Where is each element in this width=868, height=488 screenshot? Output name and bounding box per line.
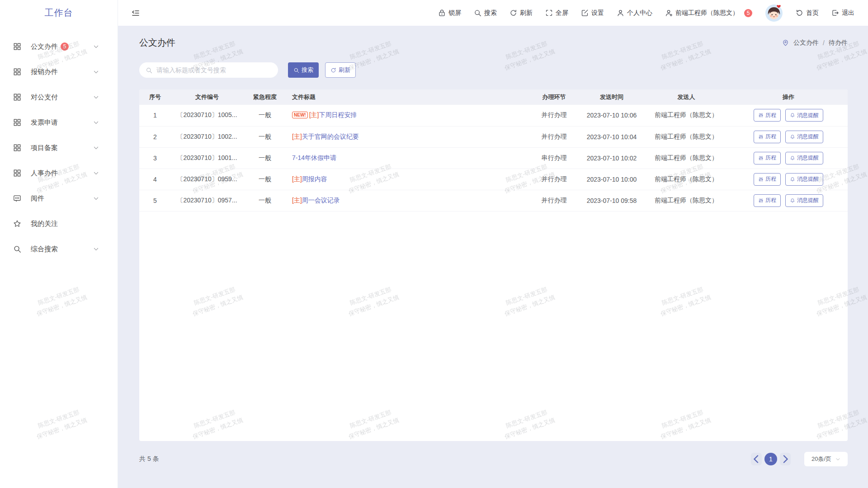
sidebar-item-reimbursement[interactable]: 报销办件	[0, 59, 118, 84]
page-size-select[interactable]: 20条/页	[804, 452, 848, 466]
topbar: 锁屏搜索刷新全屏设置个人中心前端工程师（陈思文）5首页退出	[118, 0, 868, 26]
history-button[interactable]: 历程	[754, 194, 781, 207]
message-reminder-button-label: 消息提醒	[797, 197, 819, 204]
history-button[interactable]: 历程	[754, 152, 781, 164]
topbar-home[interactable]: 首页	[796, 9, 819, 17]
cell-title: [主]关于官网的会议纪要	[287, 126, 528, 147]
cell-send-time: 2023-07-10 10:04	[580, 126, 643, 147]
document-title-link[interactable]: 7-14年休假申请	[292, 154, 336, 161]
message-icon	[13, 194, 21, 202]
user-avatar[interactable]	[765, 4, 783, 22]
topbar-lock-screen-label: 锁屏	[448, 9, 461, 17]
cell-title: NEW![主]下周日程安排	[287, 105, 528, 126]
main-doc-tag: [主]	[309, 111, 319, 118]
cell-process-step: 串行办理	[528, 147, 580, 169]
document-title-link[interactable]: 周一会议记录	[302, 197, 340, 204]
message-reminder-button[interactable]: 消息提醒	[785, 173, 823, 186]
search-button[interactable]: 搜索	[288, 62, 319, 78]
sidebar-item-label: 项目备案	[31, 144, 58, 152]
cell-file-number: 〔20230710〕1002...	[171, 126, 243, 147]
chevron-down-icon	[93, 94, 99, 100]
chevron-down-icon	[835, 457, 840, 462]
pager: 1	[751, 453, 791, 465]
sidebar-item-label: 发票申请	[31, 118, 58, 127]
history-button[interactable]: 历程	[754, 131, 781, 143]
location-pin-icon	[782, 39, 789, 47]
next-page-button[interactable]	[780, 453, 791, 465]
sidebar-item-hr-docs[interactable]: 人事办件	[0, 160, 118, 186]
breadcrumb: 公文办件 / 待办件	[782, 39, 848, 47]
message-reminder-button[interactable]: 消息提醒	[785, 109, 823, 122]
topbar-account-label: 前端工程师（陈思文）	[675, 9, 739, 17]
refresh-icon	[509, 9, 517, 17]
sidebar-badge: 5	[61, 42, 69, 51]
grid-icon	[13, 42, 21, 51]
page-head: 公文办件 公文办件 / 待办件	[139, 37, 848, 49]
history-button[interactable]: 历程	[754, 109, 781, 122]
grid-icon	[13, 169, 21, 177]
topbar-profile-center[interactable]: 个人中心	[617, 9, 652, 17]
search-icon	[146, 67, 152, 74]
search-icon	[293, 67, 299, 73]
history-icon	[758, 198, 764, 203]
cell-process-step: 并行办理	[528, 190, 580, 211]
cell-send-time: 2023-07-10 10:00	[580, 169, 643, 190]
cell-actions: 历程消息提醒	[729, 190, 848, 211]
cell-actions: 历程消息提醒	[729, 105, 848, 126]
refresh-button-label: 刷新	[339, 66, 350, 74]
search-icon	[13, 245, 21, 253]
page-title: 公文办件	[139, 37, 175, 49]
history-button[interactable]: 历程	[754, 173, 781, 186]
topbar-logout[interactable]: 退出	[831, 9, 854, 17]
cell-process-step: 并行办理	[528, 169, 580, 190]
bell-icon	[790, 113, 795, 118]
column-header: 办理环节	[528, 89, 580, 105]
cell-sender: 前端工程师（陈思文）	[643, 126, 729, 147]
document-title-link[interactable]: 下周日程安排	[319, 111, 357, 118]
topbar-actions: 锁屏搜索刷新全屏设置个人中心前端工程师（陈思文）5首页退出	[438, 4, 854, 22]
sidebar-item-label: 综合搜索	[31, 245, 58, 253]
topbar-lock-screen[interactable]: 锁屏	[438, 9, 461, 17]
topbar-search[interactable]: 搜索	[474, 9, 497, 17]
collapse-sidebar-icon[interactable]	[131, 9, 140, 18]
topbar-refresh[interactable]: 刷新	[509, 9, 533, 17]
grid-icon	[13, 68, 21, 76]
prev-page-button[interactable]	[751, 453, 762, 465]
bell-icon	[790, 198, 795, 203]
current-page[interactable]: 1	[764, 453, 777, 465]
topbar-fullscreen[interactable]: 全屏	[545, 9, 568, 17]
message-reminder-button[interactable]: 消息提醒	[785, 152, 823, 164]
sidebar-item-corporate-payment[interactable]: 对公支付	[0, 84, 118, 110]
sidebar-item-reading-items[interactable]: 阅件	[0, 186, 118, 211]
topbar-account[interactable]: 前端工程师（陈思文）5	[665, 9, 752, 17]
sidebar-item-invoice-request[interactable]: 发票申请	[0, 110, 118, 135]
sidebar-item-my-follows[interactable]: 我的关注	[0, 211, 118, 236]
topbar-search-label: 搜索	[484, 9, 497, 17]
document-title-link[interactable]: 关于官网的会议纪要	[302, 133, 359, 140]
topbar-settings-label: 设置	[591, 9, 604, 17]
message-reminder-button[interactable]: 消息提醒	[785, 194, 823, 207]
chevron-down-icon	[93, 120, 99, 126]
sidebar-item-global-search[interactable]: 综合搜索	[0, 236, 118, 262]
cell-urgency: 一般	[243, 126, 287, 147]
message-reminder-button[interactable]: 消息提醒	[785, 131, 823, 143]
document-title-link[interactable]: 周报内容	[302, 175, 327, 183]
breadcrumb-parent[interactable]: 公文办件	[793, 39, 819, 47]
cell-index: 3	[139, 147, 171, 169]
cell-process-step: 并行办理	[528, 126, 580, 147]
refresh-button[interactable]: 刷新	[325, 62, 356, 78]
page-size-value: 20条/页	[811, 455, 831, 463]
cell-index: 1	[139, 105, 171, 126]
topbar-home-label: 首页	[806, 9, 819, 17]
column-header: 发送时间	[580, 89, 643, 105]
sidebar-item-official-docs[interactable]: 公文办件5	[0, 34, 118, 59]
sidebar-item-project-filing[interactable]: 项目备案	[0, 135, 118, 160]
notification-badge: 5	[744, 9, 752, 17]
edit-square-icon	[581, 9, 589, 17]
cell-index: 5	[139, 190, 171, 211]
table-row: 2〔20230710〕1002...一般[主]关于官网的会议纪要并行办理2023…	[139, 126, 848, 147]
search-input[interactable]	[156, 66, 272, 74]
table-row: 1〔20230710〕1005...一般NEW![主]下周日程安排并行办理202…	[139, 105, 848, 126]
topbar-settings[interactable]: 设置	[581, 9, 604, 17]
logout-icon	[831, 9, 839, 17]
